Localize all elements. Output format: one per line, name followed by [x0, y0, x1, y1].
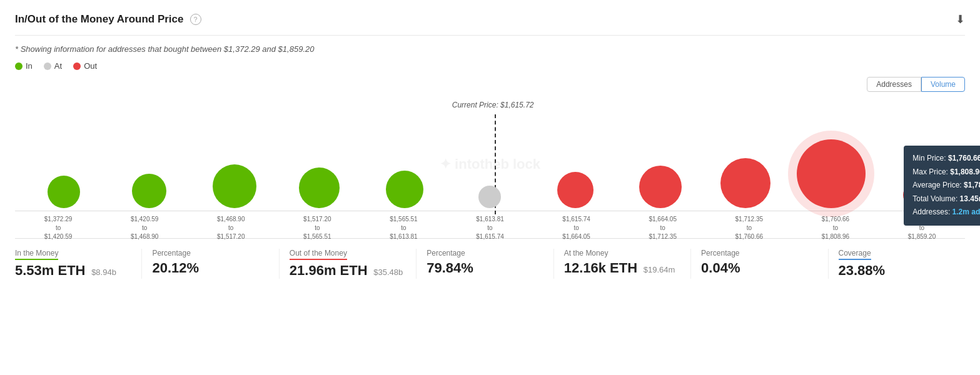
stat-at-eth: 12.16k ETH	[564, 260, 637, 276]
x-label-2: $1,468.90to$1,517.20	[188, 215, 274, 241]
legend-label-in: In	[26, 61, 33, 71]
subtitle: * Showing information for addresses that…	[15, 44, 965, 54]
stat-in-usd: $8.94b	[91, 268, 116, 277]
bubble-col-1	[106, 174, 191, 208]
volume-toggle[interactable]: Volume	[921, 77, 965, 92]
stat-at-the-money: At the Money 12.16k ETH $19.64m	[554, 249, 691, 279]
x-label-0: $1,372.29to$1,420.59	[15, 215, 101, 241]
tooltip-max-label: Max Price:	[912, 168, 948, 176]
stat-at-label: At the Money	[564, 249, 680, 258]
bubble-5[interactable]	[478, 186, 501, 208]
stat-in-eth: 5.53m ETH	[15, 262, 86, 278]
stat-at-pct-label: Percentage	[701, 249, 817, 258]
tooltip-vol-value: 13.45m ETH	[960, 194, 980, 203]
bubble-col-7	[618, 166, 703, 208]
tooltip-min-value: $1,760.66	[948, 154, 980, 162]
help-icon[interactable]: ?	[190, 14, 201, 25]
tooltip: Min Price: $1,760.66 Max Price: $1,808.9…	[904, 146, 980, 226]
header: In/Out of the Money Around Price ? ⬇	[15, 12, 965, 36]
tooltip-max-value: $1,808.96	[950, 168, 980, 176]
stat-in-value: 5.53m ETH $8.94b	[15, 262, 131, 279]
stat-at-usd: $19.64m	[644, 265, 675, 274]
legend-at: At	[44, 61, 62, 71]
bubble-8[interactable]	[720, 158, 770, 208]
stat-in-pct-block: Percentage 20.12%	[142, 249, 279, 279]
x-label-8: $1,712.35to$1,760.66	[706, 215, 792, 241]
stat-in-pct-value: 20.12%	[152, 260, 268, 276]
stat-coverage-label-text: Coverage	[839, 249, 871, 260]
legend-out: Out	[73, 61, 97, 71]
bubble-3[interactable]	[299, 168, 340, 208]
stat-in-label-text: In the Money	[15, 249, 58, 260]
stat-out-label: Out of the Money	[290, 249, 406, 260]
stat-out-usd: $35.48b	[373, 268, 403, 277]
tooltip-avg-label: Average Price:	[912, 181, 962, 189]
x-label-6: $1,615.74to$1,664.05	[533, 215, 620, 241]
x-label-5: $1,613.81to$1,615.74	[447, 215, 533, 241]
tooltip-addr-label: Addresses:	[912, 208, 950, 216]
chart-wrapper: Current Price: $1,615.72 ✦ intotheb lock	[15, 96, 965, 233]
stat-in-pct-label: Percentage	[152, 249, 268, 258]
bubble-col-0	[21, 176, 106, 208]
bubble-0[interactable]	[48, 176, 80, 208]
legend-in: In	[15, 61, 33, 71]
stat-out-label-text: Out of the Money	[290, 249, 347, 260]
toggle-buttons: Addresses Volume	[15, 77, 965, 92]
bubble-col-2	[192, 164, 277, 208]
bubble-2[interactable]	[213, 164, 256, 208]
download-button[interactable]: ⬇	[956, 12, 965, 26]
bubble-7[interactable]	[639, 166, 682, 208]
bubble-9-hovered[interactable]	[797, 139, 866, 208]
stat-coverage: Coverage 23.88%	[829, 249, 965, 279]
x-label-4: $1,565.51to$1,613.81	[360, 215, 447, 241]
chart-area: Current Price: $1,615.72 ✦ intotheb lock	[15, 96, 965, 233]
legend-dot-out	[73, 62, 81, 70]
x-label-3: $1,517.20to$1,565.51	[274, 215, 360, 241]
tooltip-addr-value: 1.2m addresses	[952, 208, 980, 216]
stat-at-pct-value: 0.04%	[701, 260, 817, 276]
bubble-col-5	[447, 186, 532, 208]
legend: In At Out	[15, 61, 965, 71]
stat-out-pct-value: 79.84%	[427, 260, 543, 276]
bubble-6[interactable]	[557, 172, 594, 208]
stat-coverage-label: Coverage	[839, 249, 955, 260]
x-label-7: $1,664.05to$1,712.35	[620, 215, 706, 241]
tooltip-vol-label: Total Volume:	[912, 194, 957, 203]
legend-label-out: Out	[84, 61, 97, 71]
tooltip-avg-value: $1,784.35	[964, 181, 980, 189]
stat-out-pct-block: Percentage 79.84%	[417, 249, 553, 279]
bubble-4[interactable]	[386, 171, 423, 208]
stat-in-label: In the Money	[15, 249, 131, 260]
legend-dot-at	[44, 62, 51, 70]
addresses-toggle[interactable]: Addresses	[867, 77, 921, 92]
bubble-col-3	[277, 168, 362, 208]
stat-in-the-money: In the Money 5.53m ETH $8.94b	[15, 249, 142, 279]
x-label-1: $1,420.59to$1,468.90	[101, 215, 188, 241]
stat-out-eth: 21.96m ETH	[290, 262, 368, 278]
x-label-9: $1,760.66to$1,808.96	[792, 215, 879, 241]
bubble-1[interactable]	[132, 174, 166, 208]
page-title: In/Out of the Money Around Price	[15, 13, 184, 26]
legend-dot-in	[15, 62, 23, 70]
stat-out-pct-label: Percentage	[427, 249, 543, 258]
bubbles-row: Min Price: $1,760.66 Max Price: $1,808.9…	[15, 96, 965, 208]
stat-at-pct-block: Percentage 0.04%	[691, 249, 828, 279]
stats-row: In the Money 5.53m ETH $8.94b Percentage…	[15, 238, 965, 279]
tooltip-min-label: Min Price:	[912, 154, 946, 162]
legend-label-at: At	[54, 61, 62, 71]
stat-at-value: 12.16k ETH $19.64m	[564, 260, 680, 276]
stat-out-the-money: Out of the Money 21.96m ETH $35.48b	[280, 249, 417, 279]
bubble-col-8	[703, 158, 788, 208]
bubble-col-6	[533, 172, 618, 208]
stat-coverage-value: 23.88%	[839, 262, 955, 279]
bubble-col-4	[362, 171, 447, 208]
bubble-col-9: Min Price: $1,760.66 Max Price: $1,808.9…	[788, 139, 873, 208]
main-container: In/Out of the Money Around Price ? ⬇ * S…	[0, 0, 980, 375]
stat-out-value: 21.96m ETH $35.48b	[290, 262, 406, 279]
x-axis: $1,372.29to$1,420.59 $1,420.59to$1,468.9…	[15, 211, 965, 241]
